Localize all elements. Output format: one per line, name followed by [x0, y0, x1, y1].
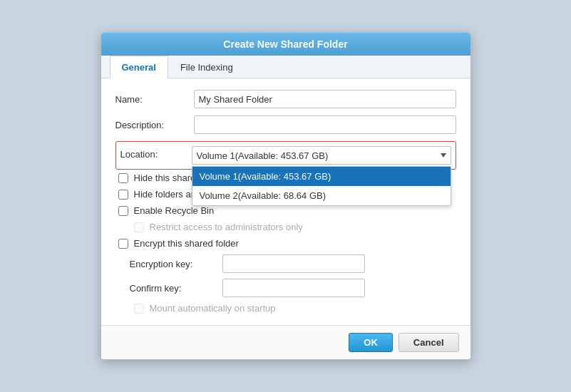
dropdown-arrow-icon: [441, 153, 446, 158]
restrict-access-checkbox[interactable]: [134, 222, 144, 232]
enable-recycle-checkbox[interactable]: [118, 206, 128, 216]
enable-recycle-row: Enable Recycle Bin: [118, 205, 456, 216]
description-label: Description:: [115, 120, 194, 130]
hide-shared-checkbox[interactable]: [118, 173, 128, 183]
location-dropdown-container: Volume 1(Available: 453.67 GB) Volume 1(…: [192, 146, 451, 165]
location-dropdown-menu: Volume 1(Available: 453.67 GB) Volume 2(…: [192, 166, 451, 206]
tab-bar: General File Indexing: [101, 56, 470, 78]
encrypt-checkbox[interactable]: [118, 239, 128, 249]
location-selected-text: Volume 1(Available: 453.67 GB): [197, 150, 329, 161]
encryption-key-row: Encryption key:: [130, 254, 456, 273]
name-input[interactable]: [194, 90, 456, 108]
ok-button[interactable]: OK: [349, 333, 393, 352]
confirm-key-label: Confirm key:: [130, 283, 222, 294]
dialog-footer: OK Cancel: [101, 325, 470, 359]
create-shared-folder-dialog: Create New Shared Folder General File In…: [101, 32, 471, 360]
name-row: Name:: [115, 90, 456, 108]
encryption-key-label: Encryption key:: [130, 259, 222, 269]
mount-label: Mount automatically on startup: [150, 303, 276, 314]
tab-file-indexing[interactable]: File Indexing: [168, 56, 245, 78]
description-input[interactable]: [194, 115, 456, 134]
mount-row: Mount automatically on startup: [134, 303, 456, 314]
tab-general[interactable]: General: [110, 56, 168, 78]
location-option-2[interactable]: Volume 2(Available: 68.64 GB): [192, 186, 451, 205]
name-label: Name:: [115, 94, 194, 105]
location-row: Location: Volume 1(Available: 453.67 GB)…: [115, 141, 456, 170]
location-dropdown-button[interactable]: Volume 1(Available: 453.67 GB): [192, 146, 451, 165]
encrypt-label: Encrypt this shared folder: [134, 238, 239, 249]
cancel-button[interactable]: Cancel: [398, 333, 459, 352]
restrict-access-row: Restrict access to administrators only: [134, 222, 456, 232]
mount-checkbox[interactable]: [134, 304, 144, 314]
restrict-access-label: Restrict access to administrators only: [150, 222, 303, 232]
dialog-title: Create New Shared Folder: [101, 33, 470, 56]
encrypt-row: Encrypt this shared folder: [118, 238, 456, 249]
confirm-key-input[interactable]: [222, 279, 365, 297]
hide-folders-checkbox[interactable]: [118, 190, 128, 200]
location-label: Location:: [120, 146, 192, 160]
location-option-1[interactable]: Volume 1(Available: 453.67 GB): [192, 167, 451, 186]
encryption-key-input[interactable]: [222, 254, 365, 273]
form-body: Name: Description: Location: Volume 1(Av…: [101, 78, 470, 325]
description-row: Description:: [115, 115, 456, 134]
confirm-key-row: Confirm key:: [130, 279, 456, 297]
enable-recycle-label: Enable Recycle Bin: [134, 205, 215, 216]
